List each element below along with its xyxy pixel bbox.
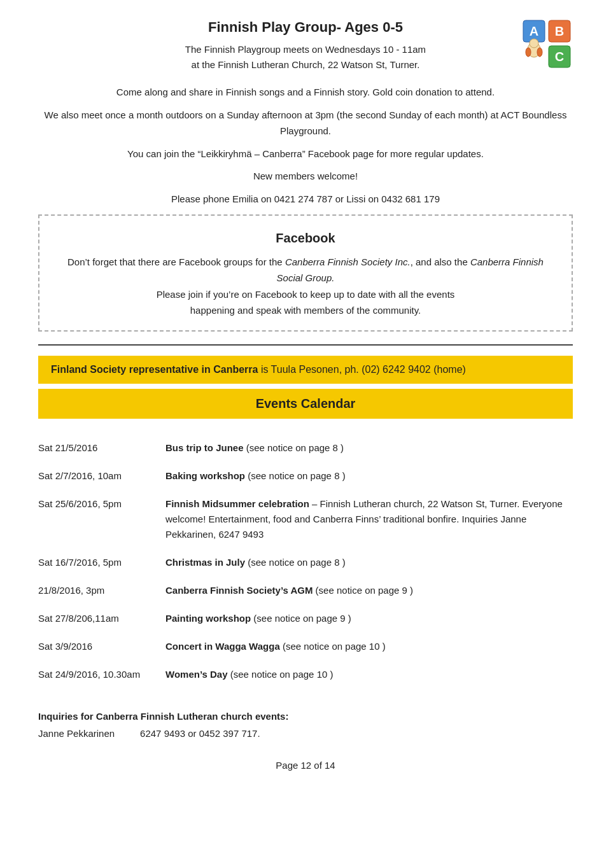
event-title: Finnish Midsummer celebration	[165, 498, 309, 509]
inquiries-title: Inquiries for Canberra Finnish Lutheran …	[38, 708, 573, 725]
table-row: Sat 27/8/206,11amPainting workshop (see …	[38, 605, 573, 633]
finland-rep-rest: is Tuula Pesonen, ph. (02) 6242 9402 (ho…	[258, 364, 465, 375]
table-row: Sat 2/7/2016, 10amBaking workshop (see n…	[38, 462, 573, 490]
event-detail: (see notice on page 9 )	[313, 585, 413, 596]
facebook-line2: , and also the	[411, 256, 468, 267]
event-description: Baking workshop (see notice on page 8 )	[165, 462, 573, 490]
event-detail: (see notice on page 8 )	[245, 557, 346, 568]
inquiries-contact: 6247 9493 or 0452 397 717.	[140, 725, 260, 742]
event-description: Bus trip to Junee (see notice on page 8 …	[165, 434, 573, 462]
table-row: Sat 25/6/2016, 5pmFinnish Midsummer cele…	[38, 490, 573, 549]
svg-text:C: C	[555, 50, 564, 64]
table-row: Sat 16/7/2016, 5pmChristmas in July (see…	[38, 549, 573, 577]
page-number: Page 12 of 14	[276, 760, 335, 771]
table-row: Sat 24/9/2016, 10.30amWomen’s Day (see n…	[38, 661, 573, 689]
divider	[38, 344, 573, 346]
svg-point-8	[526, 48, 531, 57]
event-description: Women’s Day (see notice on page 10 )	[165, 661, 573, 689]
event-date: Sat 24/9/2016, 10.30am	[38, 661, 165, 689]
header-line1: The Finnish Playgroup meets on Wednesday…	[185, 44, 426, 55]
events-table: Sat 21/5/2016Bus trip to Junee (see noti…	[38, 434, 573, 689]
event-title: Christmas in July	[165, 557, 245, 568]
facebook-title: Facebook	[59, 227, 552, 249]
facebook-line3: Please join if you’re on Facebook to kee…	[59, 286, 552, 319]
event-description: Concert in Wagga Wagga (see notice on pa…	[165, 633, 573, 661]
svg-text:B: B	[555, 24, 564, 38]
event-detail: (see notice on page 10 )	[228, 669, 334, 680]
event-description: Christmas in July (see notice on page 8 …	[165, 549, 573, 577]
table-row: 21/8/2016, 3pmCanberra Finnish Society’s…	[38, 577, 573, 605]
intro-line4: New members welcome!	[38, 168, 573, 185]
event-title: Bus trip to Junee	[165, 442, 244, 453]
facebook-body: Don’t forget that there are Facebook gro…	[59, 254, 552, 286]
event-title: Painting workshop	[165, 613, 251, 624]
intro-line3: You can join the “Leikkiryhmä – Canberra…	[38, 146, 573, 162]
event-description: Canberra Finnish Society’s AGM (see noti…	[165, 577, 573, 605]
page-footer: Page 12 of 14	[38, 760, 573, 771]
inquiries-section: Inquiries for Canberra Finnish Lutheran …	[38, 708, 573, 742]
inquiries-row: Janne Pekkarinen 6247 9493 or 0452 397 7…	[38, 725, 573, 742]
abc-blocks-icon: A B C	[522, 19, 573, 70]
facebook-italic1: Canberra Finnish Society Inc.	[285, 256, 411, 267]
event-date: Sat 3/9/2016	[38, 633, 165, 661]
intro-line2: We also meet once a month outdoors on a …	[38, 107, 573, 139]
event-detail: (see notice on page 8 )	[244, 442, 344, 453]
event-date: Sat 25/6/2016, 5pm	[38, 490, 165, 549]
event-date: Sat 27/8/206,11am	[38, 605, 165, 633]
header-line2: at the Finnish Lutheran Church, 22 Watso…	[192, 59, 420, 70]
events-calendar-bar: Events Calendar	[38, 389, 573, 419]
event-detail: (see notice on page 9 )	[251, 613, 351, 624]
intro-line1: Come along and share in Finnish songs an…	[38, 84, 573, 101]
event-title: Concert in Wagga Wagga	[165, 641, 280, 652]
event-date: 21/8/2016, 3pm	[38, 577, 165, 605]
page-title: Finnish Play Group- Ages 0-5	[38, 19, 573, 36]
table-row: Sat 3/9/2016Concert in Wagga Wagga (see …	[38, 633, 573, 661]
event-title: Canberra Finnish Society’s AGM	[165, 585, 313, 596]
event-description: Finnish Midsummer celebration – Finnish …	[165, 490, 573, 549]
event-description: Painting workshop (see notice on page 9 …	[165, 605, 573, 633]
header-subtitle: The Finnish Playgroup meets on Wednesday…	[38, 42, 573, 73]
event-date: Sat 21/5/2016	[38, 434, 165, 462]
phone-info: Please phone Emilia on 0421 274 787 or L…	[38, 193, 573, 204]
table-row: Sat 21/5/2016Bus trip to Junee (see noti…	[38, 434, 573, 462]
svg-text:A: A	[530, 24, 538, 38]
finland-rep-bar: Finland Society representative in Canber…	[38, 356, 573, 384]
inquiries-name: Janne Pekkarinen	[38, 725, 115, 742]
svg-point-9	[537, 48, 542, 57]
event-detail: (see notice on page 8 )	[245, 470, 346, 481]
event-date: Sat 16/7/2016, 5pm	[38, 549, 165, 577]
event-title: Baking workshop	[165, 470, 245, 481]
event-detail: (see notice on page 10 )	[280, 641, 386, 652]
event-date: Sat 2/7/2016, 10am	[38, 462, 165, 490]
svg-point-7	[530, 39, 538, 48]
event-title: Women’s Day	[165, 669, 228, 680]
facebook-line1: Don’t forget that there are Facebook gro…	[67, 256, 285, 267]
finland-rep-bold: Finland Society representative in Canber…	[51, 364, 258, 375]
facebook-section: Facebook Don’t forget that there are Fac…	[38, 214, 573, 332]
